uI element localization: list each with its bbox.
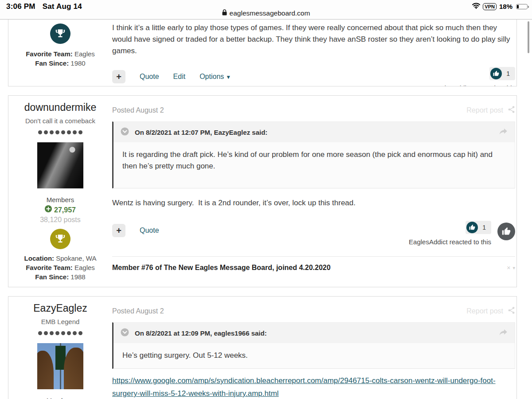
favorite-team-line: Favorite Team: Eagles bbox=[8, 49, 112, 59]
quote-header: On 8/2/2021 at 12:09 PM, eagles1966 said… bbox=[113, 323, 515, 343]
chevron-circle-icon[interactable] bbox=[121, 328, 129, 338]
favorite-team-value: Eagles bbox=[74, 264, 95, 271]
post1-author-info: Favorite Team: Eagles Fan Since: 1980 bbox=[8, 49, 112, 68]
avatar[interactable] bbox=[37, 142, 83, 188]
quote-body: It is regarding the draft pick. He’s kin… bbox=[113, 142, 515, 188]
hide-signature-icon[interactable]: × bbox=[507, 264, 510, 271]
share-icon[interactable] bbox=[508, 106, 515, 115]
author-member-title: EMB Legend bbox=[8, 317, 112, 326]
post2-meta-row: Posted August 2 Report post bbox=[112, 96, 515, 115]
favorite-team-label: Favorite Team: bbox=[26, 50, 73, 58]
thumbs-up-icon bbox=[466, 222, 478, 233]
post-count: 38,120 posts bbox=[8, 215, 112, 224]
post1-author-sidebar: Favorite Team: Eagles Fan Since: 1980 bbox=[8, 20, 112, 86]
multiquote-button[interactable]: + bbox=[112, 224, 125, 237]
pip-dot bbox=[78, 130, 82, 134]
reacted-text[interactable]: EaglesAddict reacted to this bbox=[433, 84, 515, 86]
post2-react-area: 1 EaglesAddict reacted to this bbox=[409, 221, 515, 246]
signature-text: Member #76 of The New Eagles Message Boa… bbox=[112, 264, 331, 272]
pip-dot bbox=[55, 331, 59, 335]
reputation-pips bbox=[8, 330, 112, 336]
pip-dot bbox=[38, 331, 42, 335]
url-bar[interactable]: eaglesmessageboard.com bbox=[0, 9, 532, 17]
pip-dot bbox=[50, 130, 54, 134]
like-button[interactable] bbox=[497, 223, 515, 240]
pip-dot bbox=[44, 331, 48, 335]
avatar[interactable] bbox=[37, 343, 83, 389]
post-card-2: downundermike Don't call it a comeback M… bbox=[8, 95, 517, 287]
quote-button[interactable]: Quote bbox=[140, 73, 159, 81]
post1-content: I think it’s a little early to play thos… bbox=[112, 20, 516, 86]
signature-divider bbox=[112, 256, 515, 257]
goto-quoted-post-icon[interactable] bbox=[499, 329, 508, 337]
favorite-team-label: Favorite Team: bbox=[26, 264, 73, 271]
fan-since-line: Fan Since: 1980 bbox=[8, 59, 112, 68]
goto-quoted-post-icon[interactable] bbox=[499, 128, 508, 137]
author-name[interactable]: EazyEaglez bbox=[8, 297, 112, 314]
member-group: Members bbox=[8, 196, 112, 204]
post2-signature-row: Member #76 of The New Eagles Message Boa… bbox=[112, 264, 515, 272]
pip-dot bbox=[44, 130, 48, 134]
fan-since-label: Fan Since: bbox=[35, 59, 69, 67]
reacted-text[interactable]: EaglesAddict reacted to this bbox=[409, 238, 491, 246]
share-icon[interactable] bbox=[508, 306, 515, 316]
member-group: Members bbox=[8, 396, 112, 399]
chevron-down-icon: ▼ bbox=[226, 74, 231, 80]
lock-icon bbox=[222, 9, 227, 17]
post2-author-sidebar: downundermike Don't call it a comeback M… bbox=[8, 96, 112, 287]
battery-icon bbox=[516, 4, 528, 9]
posted-date: Posted August 2 bbox=[112, 307, 164, 315]
post1-react-area: 1 EaglesAddict reacted to this bbox=[433, 67, 515, 86]
post3-content: Posted August 2 Report post On 8/2/2021 … bbox=[112, 297, 516, 399]
pip-dot bbox=[50, 331, 54, 335]
quoted-post: On 8/2/2021 at 12:09 PM, eagles1966 said… bbox=[112, 322, 515, 369]
post1-body: I think it’s a little early to play thos… bbox=[112, 20, 515, 57]
multiquote-button[interactable]: + bbox=[112, 70, 125, 83]
edit-button[interactable]: Edit bbox=[173, 73, 186, 81]
url-domain: eaglesmessageboard.com bbox=[230, 9, 310, 17]
thumbs-up-icon bbox=[490, 68, 502, 79]
location-value: Spokane, WA bbox=[56, 254, 96, 262]
pip-dot bbox=[78, 331, 82, 335]
chevron-circle-icon[interactable] bbox=[121, 127, 129, 137]
quote-header: On 8/2/2021 at 12:07 PM, EazyEaglez said… bbox=[113, 122, 515, 142]
quote-body: He’s getting surgery. Out 5-12 weeks. bbox=[113, 343, 515, 368]
like-badge[interactable]: 1 bbox=[466, 221, 491, 234]
favorite-team-value: Eagles bbox=[74, 50, 95, 58]
quote-button[interactable]: Quote bbox=[140, 227, 159, 235]
fan-since-value: 1980 bbox=[70, 59, 85, 67]
trophy-icon bbox=[50, 229, 70, 249]
pip-dot bbox=[55, 130, 59, 134]
chevron-down-icon[interactable]: ▾ bbox=[512, 265, 515, 271]
posted-date: Posted August 2 bbox=[112, 106, 164, 114]
like-count: 1 bbox=[502, 70, 514, 77]
pip-dot bbox=[61, 331, 65, 335]
like-badge[interactable]: 1 bbox=[489, 67, 515, 80]
post-card-1: Favorite Team: Eagles Fan Since: 1980 I … bbox=[8, 20, 517, 86]
reputation-pips bbox=[8, 129, 112, 135]
post3-author-sidebar: EazyEaglez EMB Legend Members bbox=[8, 297, 112, 399]
article-link[interactable]: https://www.google.com/amp/s/syndication… bbox=[112, 374, 515, 399]
fan-since-line: Fan Since: 1988 bbox=[8, 272, 112, 282]
reputation-count: 27,957 bbox=[8, 205, 112, 215]
location-label: Location: bbox=[24, 254, 55, 262]
post2-body: Wentz is having surgery. It is a 2nd rou… bbox=[112, 197, 515, 209]
pip-dot bbox=[38, 130, 42, 134]
author-name[interactable]: downundermike bbox=[8, 96, 112, 113]
report-post-link[interactable]: Report post bbox=[466, 106, 503, 114]
pip-dot bbox=[67, 331, 71, 335]
pip-dot bbox=[73, 331, 77, 335]
quoted-post: On 8/2/2021 at 12:07 PM, EazyEaglez said… bbox=[112, 121, 515, 188]
favorite-team-line: Favorite Team: Eagles bbox=[8, 263, 112, 272]
quote-header-text: On 8/2/2021 at 12:07 PM, EazyEaglez said… bbox=[135, 129, 267, 136]
options-button[interactable]: Options▼ bbox=[200, 73, 231, 81]
post2-content: Posted August 2 Report post On 8/2/2021 … bbox=[112, 96, 516, 287]
reputation-value: 27,957 bbox=[54, 206, 76, 215]
trophy-icon bbox=[50, 23, 70, 44]
location-line: Location: Spokane, WA bbox=[8, 254, 112, 263]
post-card-3: EazyEaglez EMB Legend Members Posted Aug… bbox=[8, 296, 517, 399]
post2-action-row: + Quote 1 EaglesAddict reacted to this bbox=[112, 224, 515, 246]
report-post-link[interactable]: Report post bbox=[466, 307, 503, 315]
page-scrollbar[interactable] bbox=[528, 21, 529, 53]
like-count: 1 bbox=[478, 224, 490, 231]
